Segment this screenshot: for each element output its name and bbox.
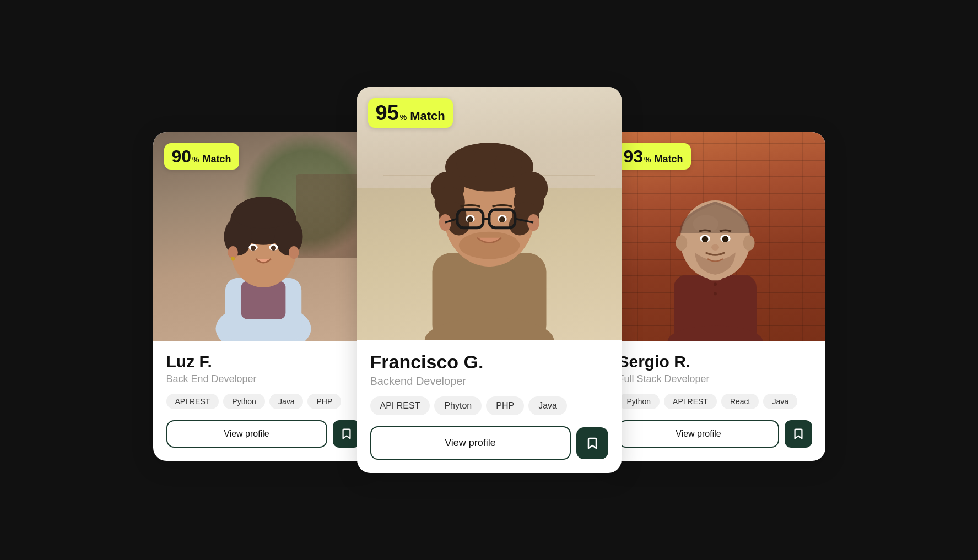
svg-point-46 — [714, 282, 717, 286]
francisco-skill-0: API REST — [370, 396, 430, 415]
luz-skill-2: Java — [269, 394, 304, 409]
francisco-actions: View profile — [370, 426, 608, 460]
svg-point-13 — [250, 246, 255, 251]
sergio-actions: View profile — [618, 420, 812, 448]
svg-point-42 — [499, 216, 505, 222]
card-francisco: 95 % Match Francisco G. Backend Develope… — [357, 87, 622, 473]
francisco-skill-1: Phyton — [434, 396, 482, 415]
sergio-skill-3: Java — [763, 394, 797, 409]
luz-bookmark-button[interactable] — [333, 420, 360, 448]
card-luz-wrapper: 90 % Match Luz F. Back End Developer API… — [153, 132, 374, 461]
svg-point-32 — [439, 214, 451, 231]
svg-point-31 — [494, 150, 522, 178]
sergio-name: Sergio R. — [618, 352, 812, 371]
francisco-bookmark-button[interactable] — [576, 427, 608, 459]
card-luz-image: 90 % Match — [153, 132, 374, 341]
francisco-view-profile-button[interactable]: View profile — [370, 426, 571, 460]
francisco-skill-3: Java — [528, 396, 567, 415]
svg-point-15 — [231, 257, 235, 261]
sergio-skill-2: React — [721, 394, 759, 409]
card-luz: 90 % Match Luz F. Back End Developer API… — [153, 132, 374, 461]
luz-skill-1: Python — [223, 394, 265, 409]
luz-match-percent: % — [192, 155, 199, 164]
sergio-skill-0: Python — [618, 394, 660, 409]
luz-view-profile-button[interactable]: View profile — [166, 420, 327, 448]
sergio-bookmark-button[interactable] — [785, 420, 812, 448]
card-francisco-image: 95 % Match — [357, 87, 622, 340]
svg-point-57 — [711, 244, 719, 251]
luz-name: Luz F. — [166, 352, 360, 371]
francisco-skill-2: PHP — [486, 396, 524, 415]
francisco-skills: API REST Phyton PHP Java — [370, 396, 608, 415]
sergio-match-percent: % — [644, 155, 651, 164]
sergio-skills: Python API REST React Java — [618, 394, 812, 409]
svg-point-51 — [676, 235, 687, 251]
francisco-card-content: Francisco G. Backend Developer API REST … — [357, 340, 622, 473]
svg-point-52 — [743, 235, 754, 251]
francisco-silhouette — [370, 112, 608, 340]
card-sergio-image: 93 % Match — [605, 132, 825, 341]
sergio-view-profile-button[interactable]: View profile — [618, 420, 779, 448]
svg-point-56 — [722, 236, 728, 243]
svg-point-41 — [467, 216, 473, 222]
luz-card-content: Luz F. Back End Developer API REST Pytho… — [153, 341, 374, 461]
luz-skills: API REST Python Java PHP — [166, 394, 360, 409]
luz-bookmark-icon — [341, 428, 353, 440]
svg-point-43 — [458, 232, 519, 259]
cards-container: 90 % Match Luz F. Back End Developer API… — [159, 87, 820, 473]
svg-point-10 — [289, 246, 299, 259]
luz-match-number: 90 — [172, 148, 192, 165]
luz-skill-3: PHP — [307, 394, 341, 409]
sergio-silhouette — [622, 164, 809, 341]
luz-silhouette — [170, 164, 357, 341]
svg-point-9 — [228, 246, 237, 259]
luz-actions: View profile — [166, 420, 360, 448]
sergio-title: Full Stack Developer — [618, 373, 812, 385]
card-sergio-wrapper: 93 % Match Sergio R. Full Stack Develope… — [605, 132, 825, 461]
svg-point-28 — [509, 214, 530, 236]
sergio-bookmark-icon — [792, 428, 804, 440]
francisco-title: Backend Developer — [370, 375, 608, 388]
svg-point-14 — [271, 246, 275, 251]
francisco-name: Francisco G. — [370, 351, 608, 373]
sergio-card-content: Sergio R. Full Stack Developer Python AP… — [605, 341, 825, 461]
sergio-match-number: 93 — [624, 148, 644, 165]
svg-point-47 — [714, 292, 717, 296]
luz-skill-0: API REST — [166, 394, 219, 409]
sergio-skill-1: API REST — [664, 394, 717, 409]
card-sergio: 93 % Match Sergio R. Full Stack Develope… — [605, 132, 825, 461]
svg-point-55 — [701, 236, 708, 243]
luz-title: Back End Developer — [166, 373, 360, 385]
card-francisco-wrapper: 95 % Match Francisco G. Backend Develope… — [357, 87, 622, 473]
svg-point-8 — [233, 203, 294, 229]
francisco-bookmark-icon — [586, 437, 599, 450]
